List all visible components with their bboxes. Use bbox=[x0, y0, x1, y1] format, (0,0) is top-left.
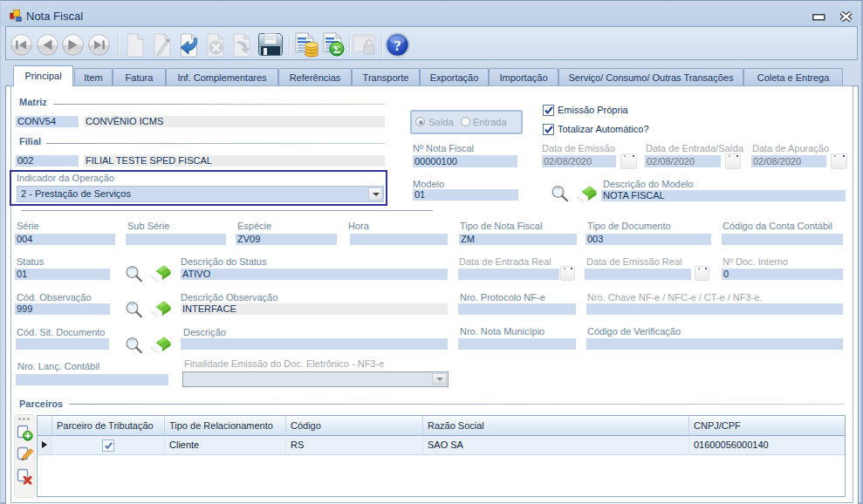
svg-text:?: ? bbox=[394, 37, 401, 54]
svg-text:Σ: Σ bbox=[333, 43, 341, 56]
